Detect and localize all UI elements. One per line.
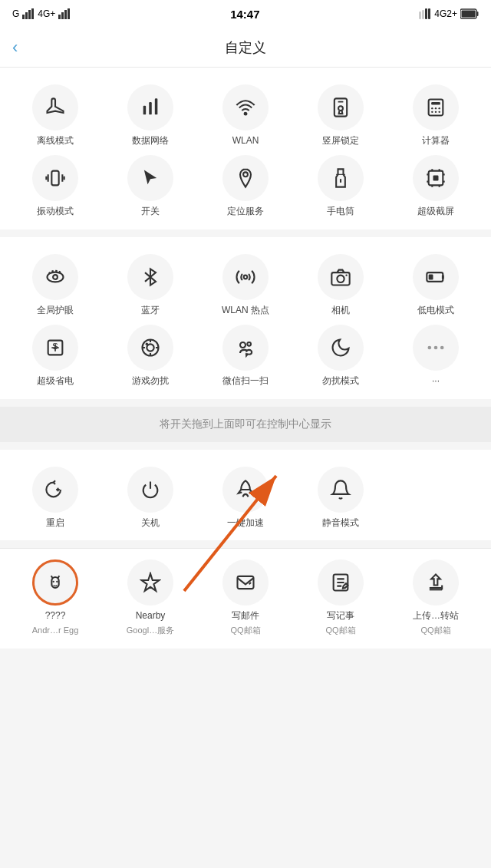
restart-label: 重启: [46, 517, 64, 528]
airplane-icon-circle: [32, 84, 78, 130]
svg-rect-58: [238, 576, 254, 589]
item-rocket[interactable]: 一键加速: [198, 467, 293, 528]
svg-point-26: [439, 107, 440, 109]
nearby-icon-circle: [127, 559, 173, 606]
svg-point-29: [439, 111, 440, 113]
item-bell[interactable]: 静音模式: [293, 467, 388, 528]
svg-point-38: [244, 275, 248, 279]
rocket-label: 一键加速: [227, 517, 264, 528]
hotspot-icon-circle: [222, 254, 269, 300]
battery-icon: [460, 8, 479, 19]
bluetooth-label: 蓝牙: [141, 305, 160, 315]
restart-icon: [44, 479, 66, 500]
item-power[interactable]: 关机: [103, 467, 198, 528]
nearby-label: Nearby: [136, 610, 166, 621]
item-write-mail[interactable]: 写邮件 QQ邮箱: [198, 559, 293, 636]
item-more[interactable]: ···: [388, 325, 483, 386]
svg-point-41: [345, 274, 347, 276]
vibrate-label: 振动模式: [37, 206, 74, 216]
wlan-label: WLAN: [232, 135, 259, 146]
camera-icon: [330, 266, 351, 288]
bluetooth-icon: [140, 266, 161, 288]
wlan-icon-circle: [222, 84, 269, 130]
svg-point-53: [440, 346, 444, 350]
back-button[interactable]: ‹: [12, 38, 18, 58]
svg-point-57: [56, 581, 58, 583]
item-moon[interactable]: 勿扰模式: [293, 325, 388, 386]
status-left: G 4G+: [12, 8, 71, 19]
item-hotspot[interactable]: WLAN 热点: [198, 254, 293, 315]
battery-low-icon: [425, 266, 447, 288]
upload-icon-circle: [413, 559, 459, 606]
item-upload[interactable]: 上传…转站 QQ邮箱: [388, 559, 483, 636]
bell-icon-circle: [318, 467, 364, 513]
item-android-egg[interactable]: ???? Andr…r Egg: [8, 559, 103, 636]
svg-rect-43: [429, 274, 433, 279]
write-mail-icon-circle: [222, 559, 269, 606]
vibrate-icon: [44, 167, 66, 189]
svg-rect-8: [419, 12, 421, 19]
icon-grid-3: 重启 关机 一键加速: [0, 464, 491, 534]
svg-point-56: [53, 581, 54, 583]
item-write-note[interactable]: 写记事 QQ邮箱: [293, 559, 388, 636]
flashlight-icon: [330, 167, 351, 189]
write-note-icon-circle: [318, 559, 364, 606]
item-nearby[interactable]: Nearby Googl…服务: [103, 559, 198, 636]
android-egg-label: ????: [45, 610, 66, 621]
item-game[interactable]: 游戏勿扰: [103, 325, 198, 386]
item-bluetooth[interactable]: 蓝牙: [103, 254, 198, 315]
signal2-icon: [58, 8, 71, 19]
more-icon: [425, 337, 447, 358]
write-mail-sublabel: QQ邮箱: [230, 625, 260, 635]
wechat-scan-icon: [235, 337, 256, 358]
item-battery-low[interactable]: 低电模式: [388, 254, 483, 315]
svg-rect-35: [433, 176, 439, 181]
svg-point-47: [147, 345, 153, 351]
more-icon-circle: [413, 325, 459, 371]
upload-sublabel: QQ邮箱: [420, 625, 450, 635]
icon-grid-1: 离线模式 数据网络 WLAN: [0, 81, 491, 223]
item-calculator[interactable]: 计算器: [388, 84, 483, 146]
calculator-icon-circle: [413, 84, 459, 130]
item-screen-lock[interactable]: 竖屏锁定: [293, 84, 388, 146]
svg-point-31: [243, 173, 248, 177]
write-mail-icon: [235, 572, 256, 593]
write-note-icon: [330, 572, 351, 593]
data-network-icon-circle: [127, 84, 173, 130]
power-label: 关机: [141, 517, 160, 528]
hotspot-icon: [235, 266, 256, 288]
item-restart[interactable]: 重启: [8, 467, 103, 528]
item-location[interactable]: 定位服务: [198, 155, 293, 216]
item-airplane[interactable]: 离线模式: [8, 84, 103, 146]
calculator-label: 计算器: [422, 135, 450, 146]
battery-low-label: 低电模式: [417, 305, 454, 315]
item-wechat-scan[interactable]: 微信扫一扫: [198, 325, 293, 386]
item-camera[interactable]: 相机: [293, 254, 388, 315]
nearby-sublabel: Googl…服务: [127, 625, 174, 635]
item-data-network[interactable]: 数据网络: [103, 84, 198, 146]
svg-rect-2: [28, 10, 31, 19]
item-vibrate[interactable]: 振动模式: [8, 155, 103, 216]
item-super-save[interactable]: S 超级省电: [8, 325, 103, 386]
item-flashlight[interactable]: 手电筒: [293, 155, 388, 216]
item-empty: [388, 467, 483, 528]
item-wlan[interactable]: WLAN: [198, 84, 293, 146]
flashlight-icon-circle: [318, 155, 364, 201]
item-eye[interactable]: 全局护眼: [8, 254, 103, 315]
status-bar: G 4G+ 14:47 4G2+: [0, 0, 491, 28]
airplane-label: 离线模式: [37, 135, 74, 146]
wifi-icon: [235, 97, 256, 118]
svg-rect-6: [64, 10, 67, 19]
rocket-icon: [235, 479, 256, 500]
item-cursor[interactable]: 开关: [103, 155, 198, 216]
item-screenshot[interactable]: 超级截屏: [388, 155, 483, 216]
vibrate-icon-circle: [32, 155, 78, 201]
screen-lock-icon-circle: [318, 84, 364, 130]
screenshot-icon: [425, 167, 447, 189]
svg-point-28: [435, 111, 437, 113]
eye-icon: [44, 266, 66, 288]
write-note-sublabel: QQ邮箱: [325, 625, 355, 635]
svg-point-27: [431, 111, 433, 113]
more-label: ···: [432, 375, 440, 386]
moon-icon: [330, 337, 351, 358]
